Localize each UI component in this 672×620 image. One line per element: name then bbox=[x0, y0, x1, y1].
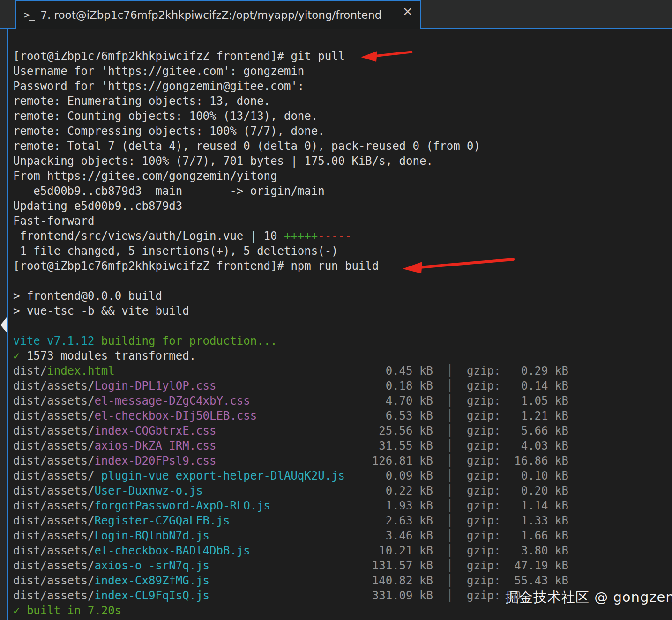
gzip-size-unit: kB bbox=[548, 378, 568, 393]
gzip-label: gzip: bbox=[467, 408, 500, 423]
tab-title: 7. root@iZbp1c76mfp2khkpiwcifzZ:/opt/mya… bbox=[40, 9, 401, 21]
column-separator: │ bbox=[433, 453, 467, 468]
file-name: el-message-DZgC4xbY.css bbox=[94, 394, 250, 407]
gzip-size: 1.21 bbox=[500, 408, 548, 423]
column-separator: │ bbox=[433, 363, 467, 378]
column-separator: │ bbox=[433, 393, 467, 408]
text-segment: 1573 modules transformed. bbox=[20, 349, 196, 362]
gzip-label: gzip: bbox=[467, 528, 500, 543]
text-segment: frontend/src/views/auth/Login.vue | 10 bbox=[13, 229, 284, 243]
file-name: User-Duxnwz-o.js bbox=[94, 484, 202, 497]
text-segment: remote: Total 7 (delta 4), reused 0 (del… bbox=[13, 140, 480, 153]
column-separator: │ bbox=[433, 543, 467, 558]
file-name: index-CL9FqIsQ.js bbox=[94, 589, 209, 602]
file-name: index-CQGbtrxE.css bbox=[94, 424, 216, 437]
gzip-size-unit: kB bbox=[548, 438, 568, 453]
text-segment: Updating e5d00b9..cb879d3 bbox=[13, 199, 182, 213]
build-file-row: dist/assets/User-Duxnwz-o.js0.22 kB │ gz… bbox=[13, 483, 672, 498]
file-name: forgotPassword-AxpO-RLO.js bbox=[94, 499, 270, 512]
file-size: 2.63 bbox=[351, 513, 412, 528]
file-path-prefix: dist/assets/ bbox=[13, 499, 94, 512]
file-name: el-checkbox-BADl4DbB.js bbox=[94, 544, 250, 557]
column-separator: │ bbox=[433, 528, 467, 543]
gzip-size: 47.19 bbox=[500, 558, 548, 573]
tab-bar-spacer bbox=[0, 0, 15, 29]
build-file-row: dist/assets/forgotPassword-AxpO-RLO.js1.… bbox=[13, 498, 672, 513]
column-separator: │ bbox=[433, 498, 467, 513]
gzip-label: gzip: bbox=[467, 393, 500, 408]
terminal-line bbox=[13, 318, 672, 333]
file-path: dist/assets/forgotPassword-AxpO-RLO.js bbox=[13, 498, 351, 513]
gzip-size-unit: kB bbox=[548, 528, 568, 543]
file-path: dist/index.html bbox=[13, 363, 351, 378]
gzip-size-unit: kB bbox=[548, 558, 568, 573]
terminal-line: [root@iZbp1c76mfp2khkpiwcifzZ frontend]#… bbox=[13, 49, 672, 64]
file-size-unit: kB bbox=[412, 408, 433, 423]
file-name: axios-DkZA_IRM.css bbox=[94, 439, 216, 452]
panel-collapse-arrow-icon[interactable] bbox=[0, 317, 7, 332]
gzip-label: gzip: bbox=[467, 543, 500, 558]
terminal-line: > vue-tsc -b && vite build bbox=[13, 303, 672, 318]
watermark: 掘金技术社区 @ gongzemin bbox=[505, 588, 672, 607]
file-size: 140.82 bbox=[351, 573, 412, 588]
build-file-row: dist/assets/index-Cx89ZfMG.js140.82 kB │… bbox=[13, 573, 672, 588]
file-size: 126.81 bbox=[351, 453, 412, 468]
file-path: dist/assets/el-checkbox-DIj50LEB.css bbox=[13, 408, 351, 423]
file-path-prefix: dist/ bbox=[13, 364, 47, 377]
tab-close-icon[interactable]: × bbox=[401, 5, 414, 17]
terminal-line: frontend/src/views/auth/Login.vue | 10 +… bbox=[13, 229, 672, 244]
file-size: 331.09 bbox=[351, 588, 412, 603]
terminal-line: remote: Total 7 (delta 4), reused 0 (del… bbox=[13, 139, 672, 154]
terminal-line: ✓ 1573 modules transformed. bbox=[13, 348, 672, 363]
gzip-size: 4.03 bbox=[500, 438, 548, 453]
gzip-size: 0.29 bbox=[500, 363, 548, 378]
text-segment: e5d00b9..cb879d3 main -> origin/main bbox=[13, 185, 325, 198]
text-segment: > vue-tsc -b && vite build bbox=[13, 304, 189, 317]
gzip-size-unit: kB bbox=[548, 408, 568, 423]
file-size: 6.53 bbox=[351, 408, 412, 423]
terminal-tab[interactable]: >_ 7. root@iZbp1c76mfp2khkpiwcifzZ:/opt/… bbox=[15, 0, 421, 29]
file-size: 31.55 bbox=[351, 438, 412, 453]
terminal-output[interactable]: [root@iZbp1c76mfp2khkpiwcifzZ frontend]#… bbox=[7, 29, 672, 620]
file-size: 0.09 bbox=[351, 468, 412, 483]
build-file-row: dist/assets/el-checkbox-BADl4DbB.js10.21… bbox=[13, 543, 672, 558]
file-path-prefix: dist/assets/ bbox=[13, 469, 94, 482]
file-path-prefix: dist/assets/ bbox=[13, 514, 94, 527]
file-path: dist/assets/el-checkbox-BADl4DbB.js bbox=[13, 543, 351, 558]
side-strip bbox=[0, 29, 7, 620]
gzip-size-unit: kB bbox=[548, 363, 568, 378]
file-path: dist/assets/index-CL9FqIsQ.js bbox=[13, 588, 351, 603]
terminal-line: Password for 'https://gongzemin@gitee.co… bbox=[13, 79, 672, 94]
gzip-size: 5.66 bbox=[500, 423, 548, 438]
column-separator: │ bbox=[433, 513, 467, 528]
terminal-line: From https://gitee.com/gongzemin/yitong bbox=[13, 169, 672, 184]
file-path-prefix: dist/assets/ bbox=[13, 544, 94, 557]
file-name: _plugin-vue_export-helper-DlAUqK2U.js bbox=[94, 469, 345, 482]
gzip-size: 0.20 bbox=[500, 483, 548, 498]
gzip-size-unit: kB bbox=[548, 453, 568, 468]
gzip-label: gzip: bbox=[467, 363, 500, 378]
file-path: dist/assets/User-Duxnwz-o.js bbox=[13, 483, 351, 498]
text-segment: [root@iZbp1c76mfp2khkpiwcifzZ frontend]#… bbox=[13, 50, 345, 63]
file-size: 25.56 bbox=[351, 423, 412, 438]
gzip-label: gzip: bbox=[467, 573, 500, 588]
gzip-size: 1.66 bbox=[500, 528, 548, 543]
file-name: index-D20FPsl9.css bbox=[94, 454, 216, 467]
file-size-unit: kB bbox=[412, 453, 433, 468]
text-segment: Unpacking objects: 100% (7/7), 701 bytes… bbox=[13, 155, 433, 168]
text-segment: Username for 'https://gitee.com': gongze… bbox=[13, 65, 304, 78]
column-separator: │ bbox=[433, 558, 467, 573]
gzip-size-unit: kB bbox=[548, 513, 568, 528]
gzip-label: gzip: bbox=[467, 423, 500, 438]
file-path: dist/assets/Register-CZGQaLEB.js bbox=[13, 513, 351, 528]
build-file-row: dist/assets/index-CQGbtrxE.css25.56 kB │… bbox=[13, 423, 672, 438]
column-separator: │ bbox=[433, 483, 467, 498]
file-path-prefix: dist/assets/ bbox=[13, 484, 94, 497]
gzip-size: 55.43 bbox=[500, 573, 548, 588]
file-path-prefix: dist/assets/ bbox=[13, 394, 94, 407]
file-size: 1.93 bbox=[351, 498, 412, 513]
file-size-unit: kB bbox=[412, 363, 433, 378]
gzip-size-unit: kB bbox=[548, 498, 568, 513]
file-path-prefix: dist/assets/ bbox=[13, 589, 94, 602]
file-path-prefix: dist/assets/ bbox=[13, 439, 94, 452]
